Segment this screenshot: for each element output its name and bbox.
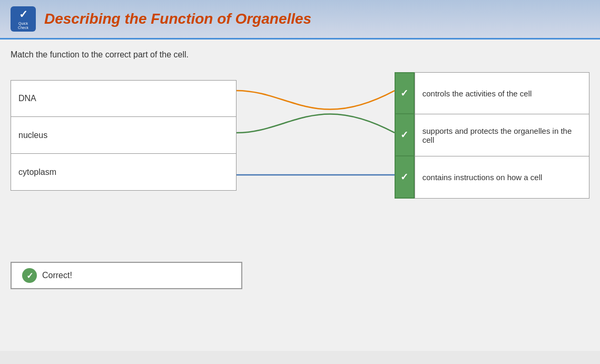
right-row-controls: ✓ controls the activities of the cell bbox=[395, 72, 589, 114]
check-icon-controls: ✓ bbox=[400, 87, 408, 99]
correct-checkmark: ✓ bbox=[26, 271, 33, 281]
correct-button: ✓ Correct! bbox=[11, 262, 242, 289]
header-checkmark: ✓ bbox=[19, 8, 28, 21]
page-title: Describing the Function of Organelles bbox=[44, 11, 311, 27]
check-box-controls: ✓ bbox=[395, 72, 415, 114]
matching-area: DNA nucleus cytoplasm bbox=[11, 72, 589, 199]
connector-area bbox=[237, 72, 395, 199]
instructions-text: Match the function to the correct part o… bbox=[11, 50, 589, 60]
quick-check-label: QuickCheck bbox=[18, 22, 28, 29]
page-header: ✓ QuickCheck Describing the Function of … bbox=[0, 0, 600, 40]
quick-check-icon: ✓ QuickCheck bbox=[11, 6, 36, 32]
right-row-contains: ✓ contains instructions on how a cell bbox=[395, 156, 589, 199]
check-icon-contains: ✓ bbox=[400, 171, 408, 183]
check-box-supports: ✓ bbox=[395, 114, 415, 156]
right-row-supports: ✓ supports and protects the organelles i… bbox=[395, 114, 589, 156]
correct-section: ✓ Correct! bbox=[11, 262, 589, 289]
right-text-controls[interactable]: controls the activities of the cell bbox=[415, 72, 589, 114]
content-area: Match the function to the correct part o… bbox=[0, 40, 600, 351]
right-text-supports[interactable]: supports and protects the organelles in … bbox=[415, 114, 589, 156]
left-item-cytoplasm[interactable]: cytoplasm bbox=[11, 154, 237, 191]
right-text-contains[interactable]: contains instructions on how a cell bbox=[415, 156, 589, 199]
correct-icon: ✓ bbox=[22, 268, 37, 283]
correct-label: Correct! bbox=[42, 271, 72, 280]
check-box-contains: ✓ bbox=[395, 156, 415, 199]
left-column: DNA nucleus cytoplasm bbox=[11, 80, 237, 191]
right-column: ✓ controls the activities of the cell ✓ … bbox=[395, 72, 589, 199]
check-icon-supports: ✓ bbox=[400, 129, 408, 141]
left-item-nucleus[interactable]: nucleus bbox=[11, 117, 237, 154]
left-item-dna[interactable]: DNA bbox=[11, 80, 237, 117]
